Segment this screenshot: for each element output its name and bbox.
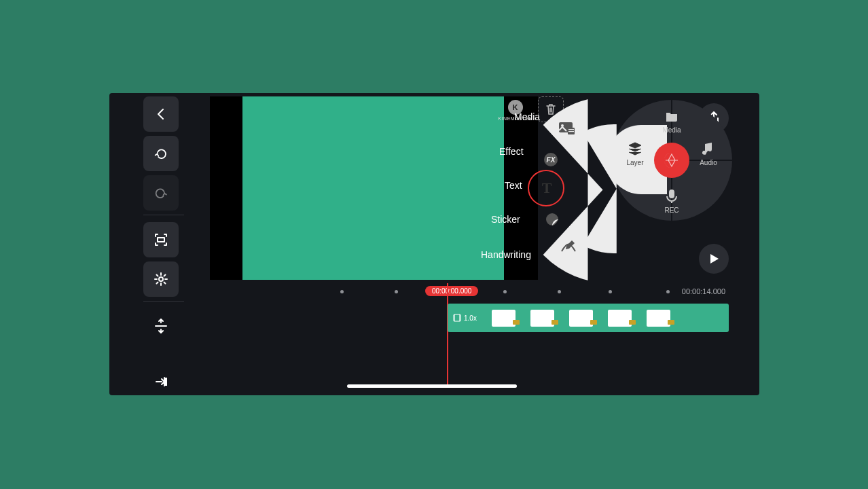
arrow-to-right-icon <box>153 374 168 389</box>
clip-speed-text: 1.0x <box>464 314 477 322</box>
flyout-sticker-label: Sticker <box>491 214 520 225</box>
chevron-left-icon <box>154 107 168 121</box>
media-image-icon <box>558 122 576 137</box>
wheel-layer-button[interactable]: Layer <box>618 141 652 166</box>
svg-rect-9 <box>568 129 574 130</box>
svg-text:FX: FX <box>547 156 556 164</box>
clip-thumbnail <box>569 310 593 327</box>
ruler-tick <box>609 290 612 293</box>
timeline-expand-button[interactable] <box>143 308 179 344</box>
layers-icon <box>628 141 643 156</box>
flyout-media-label: Media <box>514 111 540 122</box>
gear-icon <box>153 272 168 287</box>
flyout-effect-button[interactable]: FX <box>539 147 563 172</box>
play-icon <box>708 253 720 265</box>
play-button[interactable] <box>699 244 729 274</box>
fx-icon: FX <box>543 151 559 168</box>
home-indicator <box>347 384 517 388</box>
split-vertical-icon <box>153 318 169 334</box>
ruler-tick <box>340 290 344 293</box>
flyout-handwriting-button[interactable] <box>556 234 581 259</box>
svg-rect-15 <box>454 314 455 321</box>
wheel-audio-label: Audio <box>700 159 717 166</box>
flyout-sticker-button[interactable] <box>540 207 564 232</box>
folder-icon <box>664 109 679 124</box>
music-note-icon <box>701 141 716 156</box>
redo-icon <box>153 185 168 200</box>
undo-button[interactable] <box>143 136 179 171</box>
flyout-handwriting-label: Handwriting <box>481 249 531 260</box>
jump-to-end-button[interactable] <box>143 364 179 395</box>
expand-icon <box>153 232 168 247</box>
clip-speed-badge: 1.0x <box>453 314 477 322</box>
ruler-tick <box>503 290 507 293</box>
svg-rect-10 <box>568 131 574 132</box>
svg-rect-2 <box>669 189 674 198</box>
wheel-rec-label: REC <box>664 206 679 214</box>
clip-thumbnail <box>530 310 554 327</box>
action-wheel: Media Audio Layer REC <box>611 100 732 221</box>
back-button[interactable] <box>143 96 179 132</box>
wheel-layer-label: Layer <box>626 159 643 166</box>
undo-icon <box>153 146 168 161</box>
wheel-rec-button[interactable]: REC <box>611 188 732 214</box>
clip-thumbnail <box>608 310 632 327</box>
ruler-tick <box>395 290 398 293</box>
svg-text:T: T <box>542 179 552 196</box>
flyout-effect-label: Effect <box>499 146 524 157</box>
microphone-icon <box>666 189 678 204</box>
settings-button[interactable] <box>143 261 179 297</box>
clip-thumbnail <box>492 310 516 327</box>
film-icon <box>453 314 461 322</box>
current-time-pill: 00:00:00.000 <box>425 286 478 296</box>
ruler-tick <box>558 290 561 293</box>
left-sidebar <box>143 96 184 395</box>
timeline-clip[interactable]: 1.0x <box>448 304 729 332</box>
ruler-tick <box>666 290 670 293</box>
aperture-icon <box>662 151 681 170</box>
svg-point-0 <box>159 277 163 281</box>
pen-icon <box>560 239 577 254</box>
capture-button[interactable] <box>654 143 689 178</box>
preview-canvas <box>242 96 504 280</box>
wheel-audio-button[interactable]: Audio <box>691 141 725 166</box>
sticker-icon <box>544 211 560 228</box>
end-time-label: 00:00:14.000 <box>682 287 725 295</box>
divider <box>143 301 184 302</box>
flyout-media-button[interactable] <box>555 117 579 141</box>
fit-screen-button[interactable] <box>143 222 179 257</box>
text-t-icon: T <box>538 179 556 197</box>
divider <box>143 215 184 215</box>
timeline-ruler[interactable]: 00:00:00.000 00:00:14.000 <box>300 283 732 300</box>
clip-thumbnail <box>647 310 670 327</box>
wheel-media-label: Media <box>662 126 681 134</box>
wheel-media-button[interactable]: Media <box>611 108 732 134</box>
playhead[interactable] <box>447 283 448 386</box>
redo-button[interactable] <box>143 175 179 211</box>
svg-rect-16 <box>459 314 460 321</box>
flyout-text-button[interactable]: T <box>535 176 559 200</box>
flyout-text-label: Text <box>505 180 522 191</box>
svg-rect-1 <box>164 378 167 386</box>
app-window: K KINEMASTER Media Audio Layer REC <box>109 93 759 395</box>
